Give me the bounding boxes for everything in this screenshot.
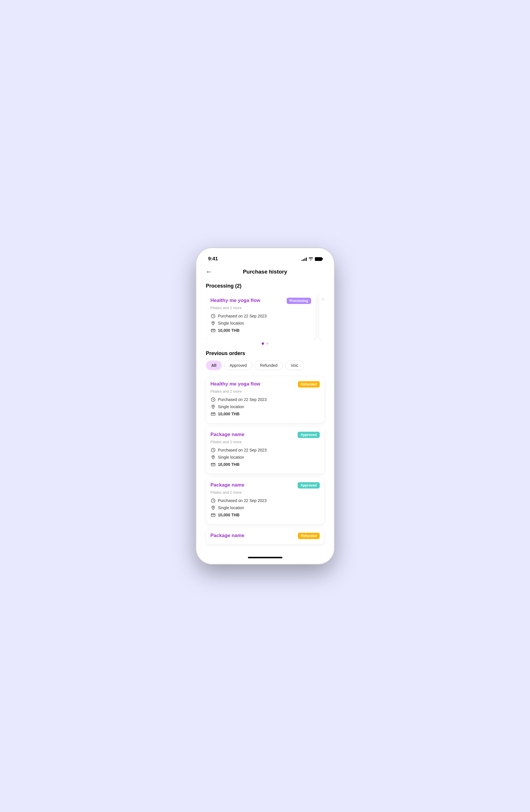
- app-screen: ← Purchase history Processing (2) Health…: [200, 264, 330, 560]
- card-purchased: Purchased on 22 Sep 2023: [211, 448, 320, 453]
- card-title: Package name: [211, 482, 296, 488]
- battery-icon: [315, 257, 322, 261]
- money-icon: [211, 411, 216, 417]
- location-icon: [211, 505, 216, 510]
- location-icon: [211, 455, 216, 460]
- card-purchased: Purchased on 22 Sep 2023: [211, 314, 311, 319]
- processing-cards-wrapper: Healthy me yoga flow Processing Pilates …: [206, 293, 324, 339]
- status-badge: Approved: [297, 432, 319, 438]
- filter-tab-refunded[interactable]: Refunded: [254, 361, 283, 370]
- prev-card-4[interactable]: Package name Refunded: [206, 528, 324, 544]
- partial-card-text: P...: [322, 298, 324, 302]
- svg-point-10: [212, 507, 213, 507]
- filter-tabs: All Approved Refunded Voic: [206, 361, 324, 372]
- svg-point-7: [212, 456, 213, 457]
- wifi-icon: [308, 257, 313, 261]
- processing-card-1[interactable]: Healthy me yoga flow Processing Pilates …: [206, 293, 316, 339]
- prev-card-1[interactable]: Healthy me yoga flow Refunded Pilates an…: [206, 377, 324, 423]
- processing-section-title: Processing (2): [206, 283, 324, 289]
- card-subtitle: Pilates and 2 more: [211, 490, 320, 495]
- previous-orders-title: Previous orders: [206, 350, 324, 357]
- card-subtitle: Pilates and 2 more: [211, 440, 320, 444]
- card-header: Healthy me yoga flow Refunded: [211, 381, 320, 388]
- card-header: Package name Approved: [211, 482, 320, 489]
- filter-tab-all[interactable]: All: [206, 361, 222, 370]
- svg-point-4: [212, 406, 213, 406]
- clock-icon: [211, 397, 216, 402]
- filter-tab-approved[interactable]: Approved: [224, 361, 252, 370]
- status-bar: 9:41: [200, 252, 330, 264]
- money-icon: [211, 512, 216, 518]
- dot-1: [262, 343, 264, 345]
- page-title: Purchase history: [243, 269, 287, 275]
- prev-card-3[interactable]: Package name Approved Pilates and 2 more…: [206, 478, 324, 524]
- home-bar: [248, 557, 282, 558]
- card-location: Single location: [211, 404, 320, 409]
- card-location: Single location: [211, 321, 311, 326]
- clock-icon: [211, 498, 216, 503]
- card-subtitle: Pilates and 2 more: [211, 306, 311, 310]
- card-price: 10,000 THB: [211, 512, 320, 518]
- card-price: 10,000 THB: [211, 462, 320, 467]
- filter-tab-voided[interactable]: Voic: [285, 361, 304, 370]
- partial-card-peek: P...: [319, 293, 324, 339]
- dot-2: [266, 343, 269, 345]
- status-badge: Refunded: [298, 533, 319, 539]
- dot-indicator: [206, 343, 324, 345]
- card-title: Package name: [211, 432, 296, 437]
- money-icon: [211, 328, 216, 333]
- status-icons: [302, 257, 322, 261]
- svg-point-1: [212, 322, 213, 323]
- card-title: Healthy me yoga flow: [211, 381, 296, 387]
- card-purchased: Purchased on 22 Sep 2023: [211, 498, 320, 503]
- home-indicator: [200, 554, 330, 560]
- status-badge: Refunded: [298, 381, 319, 388]
- card-location: Single location: [211, 505, 320, 510]
- content-area: Processing (2) Healthy me yoga flow Proc…: [200, 278, 330, 554]
- card-purchased: Purchased on 22 Sep 2023: [211, 397, 320, 402]
- status-badge: Approved: [297, 482, 319, 489]
- app-header: ← Purchase history: [200, 264, 330, 278]
- card-header: Healthy me yoga flow Processing: [211, 298, 311, 304]
- status-time: 9:41: [208, 256, 218, 262]
- card-subtitle: Pilates and 2 more: [211, 389, 320, 393]
- prev-card-2[interactable]: Package name Approved Pilates and 2 more…: [206, 427, 324, 474]
- location-icon: [211, 404, 216, 409]
- money-icon: [211, 462, 216, 467]
- card-title: Package name: [211, 533, 296, 538]
- card-location: Single location: [211, 455, 320, 460]
- clock-icon: [211, 314, 216, 319]
- card-price: 10,000 THB: [211, 328, 311, 333]
- phone-frame: 9:41 ← Purchase his: [196, 248, 334, 564]
- card-header: Package name Refunded: [211, 533, 320, 539]
- phone-screen: 9:41 ← Purchase his: [200, 252, 330, 560]
- processing-cards-scroll: Healthy me yoga flow Processing Pilates …: [206, 293, 324, 339]
- back-button[interactable]: ←: [206, 268, 212, 276]
- card-title: Healthy me yoga flow: [211, 298, 284, 303]
- clock-icon: [211, 448, 216, 453]
- location-icon: [211, 321, 216, 326]
- card-price: 10,000 THB: [211, 411, 320, 417]
- status-badge: Processing: [287, 298, 311, 304]
- card-header: Package name Approved: [211, 432, 320, 438]
- signal-icon: [302, 257, 307, 261]
